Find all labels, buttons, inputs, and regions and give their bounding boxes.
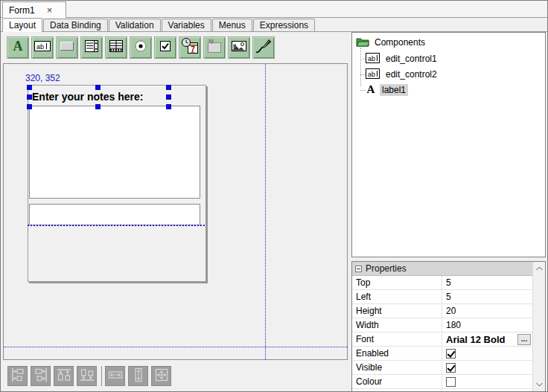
checkbox-checked[interactable] [446,363,456,373]
listbox-icon [83,38,100,57]
align-top-button[interactable] [54,366,74,386]
ellipsis-button[interactable]: ... [517,334,531,345]
selection-handle[interactable] [95,85,101,90]
property-value-text: 5 [446,277,451,288]
property-row-colour-background: Colour - Background[255,255,255] [352,389,532,392]
radio-tool[interactable] [130,36,152,59]
label-icon: A [10,38,26,57]
folder-icon [356,36,369,49]
property-value[interactable]: Arial 12 Bold... [442,332,532,346]
tab-validation[interactable]: Validation [109,19,161,31]
grid-icon [108,38,124,57]
label-tool[interactable]: A [7,36,29,59]
selection-handle[interactable] [27,85,32,90]
align-left-button[interactable] [7,366,28,386]
doc-tab-label: Form1 [9,5,35,16]
property-value[interactable] [442,375,532,388]
button-tool[interactable] [56,36,78,59]
align-bottom-button[interactable] [77,366,97,386]
form-designer-window: Form1 × LayoutData BindingValidationVari… [0,0,548,392]
frame-icon: xy [206,38,223,57]
same-height-icon [130,366,147,387]
same-size-icon [153,366,171,387]
tree-label-icon: A [366,83,376,97]
property-value[interactable]: [255,255,255] [442,389,532,392]
alignment-toolbar [1,360,348,392]
toolbar-separator [101,366,102,386]
tab-layout[interactable]: Layout [2,18,42,32]
tree-item-label1[interactable]: Alabel1 [366,83,408,97]
edit-tool[interactable]: ab [31,36,54,59]
property-value[interactable] [442,361,532,374]
property-value[interactable]: 5 [442,276,532,289]
property-value[interactable] [442,347,532,360]
pen-icon [254,37,273,58]
tree-item-edit-control1[interactable]: abedit_control1 [366,52,439,65]
selection-handle[interactable] [166,104,171,109]
align-left-icon [9,366,27,387]
components-root-node[interactable]: Components [356,36,425,48]
tree-edit-icon: ab [366,68,380,81]
properties-scrollbar[interactable] [532,262,545,391]
tab-menus[interactable]: Menus [212,19,252,31]
selection-handle[interactable] [27,94,32,100]
same-width-button[interactable] [105,366,125,386]
same-height-button[interactable] [128,366,148,386]
svg-text:xy: xy [208,38,214,44]
components-tree[interactable]: Components abedit_control1abedit_control… [351,32,546,257]
document-tabbar: Form1 × [1,1,547,18]
checkbox-tool[interactable] [154,36,176,59]
image-icon [230,38,248,57]
property-value-text: 180 [446,320,461,330]
selection-handle[interactable] [95,104,101,109]
datetime-icon: 7 [181,37,200,58]
page-width-guide [265,64,266,359]
collapse-icon[interactable] [355,266,362,272]
datetime-tool[interactable]: 7 [179,36,201,59]
property-row-width: Width180 [352,318,532,332]
property-value[interactable]: 5 [442,290,532,303]
form-page[interactable]: Enter your notes here: [28,85,206,282]
align-right-button[interactable] [31,366,51,386]
property-name: Width [352,318,442,332]
edit-control2[interactable] [29,204,200,225]
frame-tool[interactable]: xy [203,36,226,59]
tab-form1[interactable]: Form1 × [2,1,66,18]
label1-control[interactable]: Enter your notes here: [30,88,171,106]
properties-panel: Properties Top5Left5Height20Width180Font… [351,261,546,392]
property-row-enabled: Enabled [352,347,532,361]
property-row-height: Height20 [352,304,532,318]
pen-tool[interactable] [252,36,275,59]
properties-title: Properties [366,263,407,274]
property-name: Height [352,304,442,318]
edit-control1[interactable] [29,106,200,199]
tree-item-edit-control2[interactable]: abedit_control2 [366,68,439,81]
properties-header[interactable]: Properties [352,262,532,276]
svg-text:ab: ab [368,54,375,62]
property-row-font: FontArial 12 Bold... [352,332,532,347]
selection-handle[interactable] [27,104,32,109]
tab-variables[interactable]: Variables [162,19,211,31]
tab-data-binding[interactable]: Data Binding [43,19,108,31]
property-name: Font [352,332,442,346]
checkbox-unchecked[interactable] [446,377,456,387]
selection-handle[interactable] [166,94,171,100]
image-tool[interactable] [228,36,250,59]
close-icon[interactable]: × [47,6,53,15]
same-size-button[interactable] [151,366,171,386]
scroll-up-icon[interactable] [533,262,545,274]
tree-connector [360,48,361,86]
listbox-tool[interactable] [80,36,103,59]
tab-expressions[interactable]: Expressions [253,19,315,31]
property-value[interactable]: 20 [442,304,532,318]
checkbox-checked[interactable] [446,349,456,359]
property-value[interactable]: 180 [442,318,532,332]
component-palette: Aab7xy [1,32,348,63]
property-name: Visible [352,361,442,374]
grid-tool[interactable] [105,36,127,59]
components-root-label: Components [375,37,425,48]
selection-handle[interactable] [166,85,171,90]
design-canvas[interactable]: 320, 352 Enter your notes here: [3,63,348,360]
scroll-down-icon[interactable] [533,378,545,391]
property-value-text: Arial 12 Bold [446,334,505,345]
